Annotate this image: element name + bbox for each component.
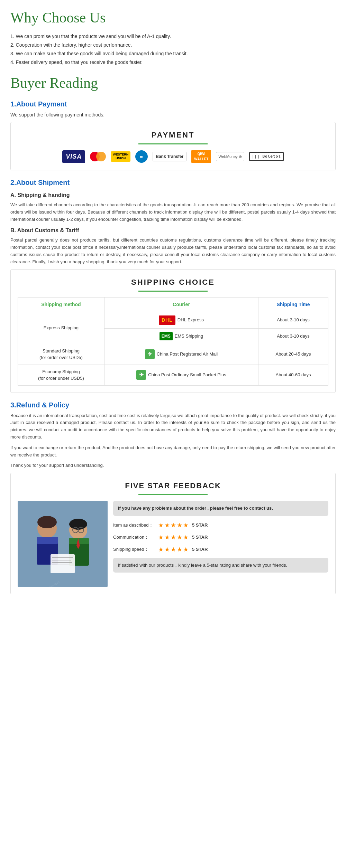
five-star-right-panel: if you have any problems about the order…: [113, 501, 328, 573]
dhl-logo: DHL: [159, 315, 175, 325]
shipping-choice-title: SHIPPING CHOICE: [18, 276, 328, 288]
western-union-icon: WESTERNUNION: [111, 151, 130, 162]
shipping-choice-box: SHIPPING CHOICE Shipping method Courier …: [10, 269, 336, 393]
rating-row-item-described: Item as described： ★★★★★ 5 STAR: [113, 521, 328, 530]
refund-text1: Because it is an international transport…: [10, 412, 336, 441]
stars-item: ★★★★★: [158, 521, 189, 530]
method-standard: Standard Shipping (for order over USD5): [18, 344, 104, 365]
list-item: 3. We can make sure that these goods wil…: [10, 50, 336, 57]
table-header-time: Shipping Time: [258, 297, 328, 312]
svg-point-4: [37, 516, 57, 528]
table-header-method: Shipping method: [18, 297, 104, 312]
buyer-reading-title: Buyer Reading: [10, 72, 336, 94]
svg-rect-3: [37, 537, 58, 544]
list-item: 1. We can promise you that the products …: [10, 33, 336, 40]
five-star-content: www.aliexpress.com if you have any probl…: [18, 501, 328, 587]
payment-divider: [138, 143, 208, 144]
courier-chinapost-registered: ✈ China Post Registered Air Mail: [104, 344, 258, 365]
ems-label: EMS Shipping: [175, 333, 203, 340]
list-item: 4. Faster delivery speed, so that you re…: [10, 59, 336, 66]
stars-shipping: ★★★★★: [158, 545, 189, 554]
svg-rect-13: [51, 554, 75, 573]
star-value-item: 5 STAR: [192, 522, 208, 529]
bank-transfer-icon: Bank Transfer: [153, 152, 186, 161]
five-star-divider: [138, 494, 208, 495]
chinapost-icon: ✈: [145, 349, 155, 359]
rating-label-shipping: Shipping speed：: [113, 546, 158, 553]
boleto-icon: ||| Boletol: [249, 152, 284, 161]
why-choose-title: Why Choose Us: [10, 7, 336, 29]
section-shipment-heading: 2.About Shipment: [10, 177, 336, 188]
rating-label-item: Item as described：: [113, 522, 158, 529]
feedback-image: www.aliexpress.com: [18, 501, 108, 587]
satisfied-bubble: If satisfied with our products，kindly le…: [113, 558, 328, 573]
maestro-icon: m: [135, 150, 148, 163]
chinapost-ordinary-label: China Post Ordinary Small Packet Plus: [148, 371, 226, 378]
five-star-feedback-box: FIVE STAR FEEDBACK: [10, 473, 336, 594]
visa-icon: VISA: [62, 150, 85, 163]
payment-box: PAYMENT VISA WESTERNUNION m Bank Transfe…: [10, 122, 336, 170]
subsection-customs-heading: B. About Customs & Tariff: [10, 226, 336, 235]
courier-dhl: DHL DHL Express: [104, 312, 258, 328]
table-row: Standard Shipping (for order over USD5) …: [18, 344, 328, 365]
chinapost-icon-2: ✈: [136, 370, 146, 380]
customs-text: Postal parcel generally does not produce…: [10, 237, 336, 265]
star-value-shipping: 5 STAR: [192, 546, 208, 553]
contact-bubble: if you have any problems about the order…: [113, 501, 328, 516]
dhl-label: DHL Express: [177, 317, 204, 323]
rating-row-communication: Communication： ★★★★★ 5 STAR: [113, 533, 328, 542]
time-economy: About 40-60 days: [258, 365, 328, 385]
subsection-shipping-heading: A. Shipping & handing: [10, 191, 336, 199]
method-express: Express Shipping: [18, 312, 104, 344]
svg-rect-0: [18, 501, 108, 587]
shipping-table: Shipping method Courier Shipping Time Ex…: [18, 297, 328, 386]
svg-point-8: [69, 519, 87, 530]
table-row: Express Shipping DHL DHL Express About 3…: [18, 312, 328, 328]
section-payment-heading: 1.About Payment: [10, 99, 336, 109]
ems-logo: EMS: [160, 332, 173, 340]
why-choose-list: 1. We can promise you that the products …: [10, 33, 336, 66]
rating-row-shipping: Shipping speed： ★★★★★ 5 STAR: [113, 545, 328, 554]
refund-text3: Thank you for your support and understan…: [10, 462, 336, 469]
time-dhl: About 3-10 days: [258, 312, 328, 328]
rating-label-comm: Communication：: [113, 534, 158, 541]
qiwi-icon: QIWIWALLET: [191, 150, 211, 163]
method-economy: Economy Shipping (for order under USD5): [18, 365, 104, 385]
refund-text2: If you want to exchange or return the pr…: [10, 444, 336, 459]
list-item: 2. Cooperation with the factory, higher …: [10, 41, 336, 49]
time-ems: About 3-10 days: [258, 328, 328, 344]
courier-ems: EMS EMS Shipping: [104, 328, 258, 344]
table-header-courier: Courier: [104, 297, 258, 312]
table-row: Economy Shipping (for order under USD5) …: [18, 365, 328, 385]
time-standard: About 20-45 days: [258, 344, 328, 365]
star-value-comm: 5 STAR: [192, 534, 208, 541]
shipping-text: We will take different channels accordin…: [10, 201, 336, 223]
section-refund-heading: 3.Refund & Policy: [10, 400, 336, 410]
shipping-divider: [138, 291, 208, 292]
mastercard-icon: [90, 152, 106, 161]
section-payment-sub: We support the following payment methods…: [10, 111, 336, 119]
payment-title: PAYMENT: [18, 129, 328, 141]
chinapost-registered-label: China Post Registered Air Mail: [157, 351, 218, 358]
five-star-title: FIVE STAR FEEDBACK: [18, 480, 328, 491]
courier-chinapost-ordinary: ✈ China Post Ordinary Small Packet Plus: [104, 365, 258, 385]
webmoney-icon: WebMoney ⊕: [216, 152, 244, 161]
payment-icons: VISA WESTERNUNION m Bank Transfer QIWIWA…: [18, 150, 328, 163]
stars-comm: ★★★★★: [158, 533, 189, 542]
